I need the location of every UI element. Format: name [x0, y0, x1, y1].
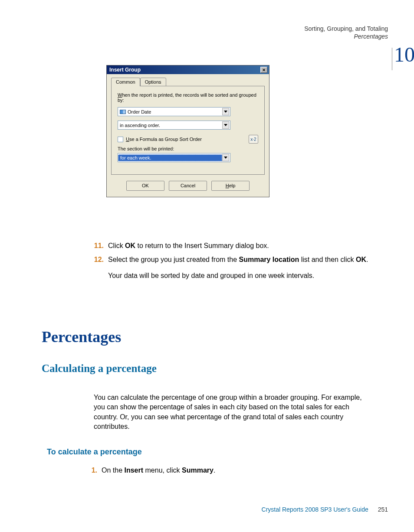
tab-common[interactable]: Common: [111, 78, 140, 86]
dialog-title: Insert Group: [109, 67, 141, 73]
section-print-value: for each week.: [118, 154, 222, 161]
chapter-number: 10: [394, 42, 414, 66]
percentage-paragraph: You can calculate the percentage of one …: [94, 393, 371, 432]
dropdown-arrow-icon[interactable]: [222, 121, 229, 129]
tab-options[interactable]: Options: [140, 78, 166, 86]
step-text: On the Insert menu, click Summary.: [102, 467, 365, 474]
section-print-dropdown[interactable]: for each week.: [118, 153, 230, 162]
group-instruction: When the report is printed, the records …: [118, 92, 258, 103]
insert-group-dialog: Insert Group ✕ Common Options When the r…: [106, 65, 269, 197]
step-result-note: Your data will be sorted by date and gro…: [108, 271, 371, 281]
step-number: 12.: [93, 255, 108, 264]
formula-sort-checkbox[interactable]: [118, 137, 123, 142]
step-text: Select the group you just created from t…: [108, 255, 371, 264]
header-divider: [392, 48, 392, 70]
dropdown-arrow-icon[interactable]: [222, 154, 229, 161]
page-footer: Crystal Reports 2008 SP3 User's Guide 25…: [262, 506, 388, 513]
sort-order-dropdown[interactable]: in ascending order.: [118, 121, 230, 130]
heading-calculating: Calculating a percentage: [42, 362, 157, 375]
ok-button[interactable]: OK: [126, 181, 164, 191]
dialog-titlebar: Insert Group ✕: [107, 65, 269, 74]
help-button[interactable]: Help: [211, 181, 250, 191]
group-field-value: Order Date: [128, 109, 151, 114]
chapter-title: Sorting, Grouping, and Totaling: [304, 25, 388, 32]
page-number: 251: [378, 506, 388, 513]
section-title: Percentages: [304, 33, 388, 40]
formula-sort-label: Use a Formula as Group Sort Order: [126, 137, 202, 142]
cancel-button[interactable]: Cancel: [169, 181, 207, 191]
page-header: Sorting, Grouping, and Totaling Percenta…: [304, 25, 388, 40]
step-1: 1. On the Insert menu, click Summary.: [87, 467, 365, 474]
close-button[interactable]: ✕: [260, 67, 267, 73]
step-11: 11. Click OK to return to the Insert Sum…: [93, 241, 371, 251]
step-number: 1.: [87, 467, 102, 474]
group-field-dropdown[interactable]: Order Date: [118, 107, 230, 116]
sort-order-value: in ascending order.: [120, 123, 160, 128]
heading-to-calculate: To calculate a percentage: [47, 447, 142, 457]
guide-name: Crystal Reports 2008 SP3 User's Guide: [262, 506, 368, 513]
formula-icon: x·2: [250, 137, 256, 142]
formula-sort-row: Use a Formula as Group Sort Order x·2: [118, 135, 258, 144]
step-12: 12. Select the group you just created fr…: [93, 255, 371, 264]
heading-percentages: Percentages: [42, 328, 121, 346]
tab-strip: Common Options: [111, 78, 265, 86]
section-print-label: The section will be printed:: [118, 146, 258, 151]
dialog-button-row: OK Cancel Help: [111, 175, 265, 191]
close-icon: ✕: [262, 68, 266, 72]
dialog-body: Common Options When the report is printe…: [107, 74, 269, 197]
date-field-icon: [120, 110, 126, 114]
step-text: Click OK to return to the Insert Summary…: [108, 241, 371, 251]
step-number: 11.: [93, 241, 108, 251]
formula-button[interactable]: x·2: [249, 135, 258, 144]
step-list: 11. Click OK to return to the Insert Sum…: [93, 241, 371, 281]
dropdown-arrow-icon[interactable]: [222, 108, 229, 115]
tab-content: When the report is printed, the records …: [111, 86, 265, 175]
